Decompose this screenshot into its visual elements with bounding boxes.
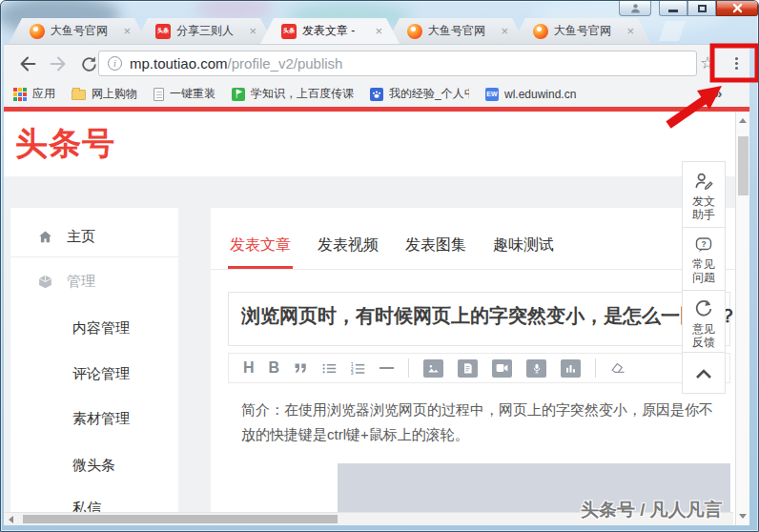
- sidebar-item-content-manage[interactable]: 内容管理: [10, 318, 178, 338]
- sidebar-item-weitoutiao[interactable]: 微头条: [10, 456, 178, 475]
- profile-button[interactable]: [619, 1, 651, 16]
- scroll-up-icon[interactable]: [739, 118, 747, 123]
- bookmark-label: 应用: [32, 86, 55, 102]
- bookmark-reinstall[interactable]: 一键重装: [154, 86, 215, 102]
- bookmark-label: 我的经验_个人中心_百: [389, 86, 469, 102]
- dayuhao-favicon-icon: [533, 24, 548, 39]
- insert-chart-button[interactable]: [561, 359, 581, 378]
- sidebar-item-manage[interactable]: 管理: [10, 272, 178, 291]
- toolbar-separator: [595, 358, 596, 378]
- vertical-scrollbar-thumb[interactable]: [738, 136, 749, 195]
- browser-toolbar: i mp.toutiao.com /profile_v2/publish ☆: [4, 44, 749, 81]
- article-body-line[interactable]: 放的快捷键是ctrl键+鼠标上的滚轮。: [241, 426, 731, 444]
- float-back-to-top[interactable]: [682, 352, 726, 394]
- scroll-down-icon[interactable]: [739, 514, 747, 519]
- horizontal-scrollbar-thumb[interactable]: [23, 515, 338, 523]
- tab-close-icon[interactable]: ×: [123, 25, 131, 37]
- sidebar-item-home[interactable]: 主页: [10, 227, 178, 246]
- forward-icon: [48, 53, 69, 74]
- svg-text:?: ?: [701, 239, 706, 249]
- bookmark-label: 学知识，上百度传课: [251, 86, 354, 102]
- three-dots-menu-icon: [735, 57, 738, 70]
- url-path: /profile_v2/publish: [228, 55, 343, 72]
- bookmark-apps[interactable]: 应用: [13, 86, 55, 102]
- close-button[interactable]: [716, 1, 758, 16]
- tab-title: 发表文章 -: [302, 23, 371, 39]
- maximize-button[interactable]: [687, 1, 716, 16]
- microphone-icon: [532, 362, 542, 375]
- forward-button[interactable]: [46, 51, 71, 76]
- publish-panel: 发表文章 发表视频 发表图集 趣味测试 浏览网页时，有时候网页上的字突然变小，是…: [211, 208, 735, 525]
- float-publish-assistant[interactable]: 发文助手: [682, 161, 726, 228]
- tab-publish-article[interactable]: 发表文章: [230, 235, 291, 256]
- heading-button[interactable]: H: [243, 359, 255, 377]
- insert-image-button[interactable]: [423, 359, 443, 378]
- vertical-scrollbar[interactable]: [735, 112, 749, 525]
- tab-close-icon[interactable]: ×: [501, 25, 508, 37]
- bullet-list-button[interactable]: [322, 362, 337, 375]
- bookmark-folder-shopping[interactable]: 网上购物: [72, 86, 137, 102]
- tab-close-icon[interactable]: ×: [375, 25, 382, 37]
- tab-title: 大鱼号官网: [428, 23, 497, 39]
- tab-publish-gallery[interactable]: 发表图集: [405, 235, 466, 256]
- browser-tab-active[interactable]: 头条 发表文章 - ×: [260, 18, 400, 44]
- tab-close-icon[interactable]: ×: [626, 25, 634, 37]
- quote-icon: [294, 362, 308, 374]
- minimize-button[interactable]: [659, 1, 687, 16]
- tab-close-icon[interactable]: ×: [249, 25, 256, 37]
- sidebar-item-label: 主页: [67, 228, 95, 246]
- tab-fun-test[interactable]: 趣味测试: [493, 235, 554, 256]
- bookmarks-overflow-chevron[interactable]: »: [714, 85, 722, 101]
- horizontal-rule-button[interactable]: [380, 367, 394, 369]
- browser-tab[interactable]: 大鱼号官网 ×: [9, 18, 148, 44]
- sidebar-item-label: 评论管理: [72, 365, 130, 383]
- bookmark-chuanke[interactable]: 学知识，上百度传课: [232, 86, 354, 102]
- tab-title: 大鱼号官网: [51, 23, 119, 39]
- sidebar-item-label: 素材管理: [72, 410, 130, 428]
- bookmark-eduwind[interactable]: EW wl.eduwind.cn: [485, 88, 576, 101]
- browser-tab[interactable]: 大鱼号官网 ×: [512, 18, 651, 44]
- back-button[interactable]: [15, 51, 40, 76]
- float-feedback[interactable]: 意见反馈: [682, 290, 726, 353]
- faq-icon: ?: [693, 235, 714, 255]
- dayuhao-favicon-icon: [407, 24, 422, 39]
- tab-title: 大鱼号官网: [554, 23, 623, 39]
- sidebar-divider: [10, 256, 178, 257]
- insert-audio-button[interactable]: [526, 359, 546, 378]
- editor-toolbar: H B 123: [228, 353, 730, 383]
- insert-video-button[interactable]: [492, 359, 512, 378]
- browser-tab[interactable]: 头条 分享三则人 ×: [134, 18, 274, 44]
- bookmark-label: 网上购物: [92, 86, 137, 102]
- star-icon: ☆: [700, 52, 715, 73]
- watermark: 头条号 / 凡人凡言: [581, 498, 723, 522]
- address-bar[interactable]: i mp.toutiao.com /profile_v2/publish: [98, 51, 697, 76]
- page-info-icon[interactable]: i: [108, 56, 122, 71]
- toutiao-logo[interactable]: 头条号: [15, 122, 115, 166]
- float-faq[interactable]: ? 常见问题: [682, 227, 726, 291]
- folder-icon: [72, 90, 86, 100]
- numbered-list-button[interactable]: 123: [351, 362, 365, 375]
- baidu-paw-icon: [370, 88, 383, 101]
- ew-icon: EW: [485, 88, 499, 101]
- tab-publish-video[interactable]: 发表视频: [318, 235, 379, 256]
- bookmark-star-button[interactable]: ☆: [695, 51, 720, 75]
- chrome-menu-button[interactable]: [724, 51, 749, 75]
- document-icon: [462, 362, 473, 374]
- toutiao-favicon-icon: 头条: [155, 24, 171, 39]
- blockquote-button[interactable]: [294, 362, 308, 374]
- browser-tab[interactable]: 大鱼号官网 ×: [386, 18, 525, 44]
- article-body-line[interactable]: 简介：在使用浏览器浏览网页的过程中，网页上的字突然变小，原因是你不: [241, 401, 731, 419]
- svg-text:3: 3: [351, 370, 354, 375]
- page-icon: [154, 88, 164, 101]
- insert-article-button[interactable]: [458, 359, 478, 378]
- float-label: 发文助手: [691, 194, 716, 221]
- sidebar-item-comment-manage[interactable]: 评论管理: [10, 364, 178, 383]
- bookmark-jingyan[interactable]: 我的经验_个人中心_百: [370, 86, 469, 102]
- format-eraser-button[interactable]: [610, 361, 626, 375]
- bold-button[interactable]: B: [269, 359, 280, 377]
- sidebar-item-material-manage[interactable]: 素材管理: [10, 409, 178, 428]
- eraser-icon: [610, 361, 626, 375]
- float-label: 意见反馈: [691, 322, 716, 349]
- scroll-left-icon[interactable]: [9, 516, 13, 523]
- reload-icon: [80, 55, 98, 73]
